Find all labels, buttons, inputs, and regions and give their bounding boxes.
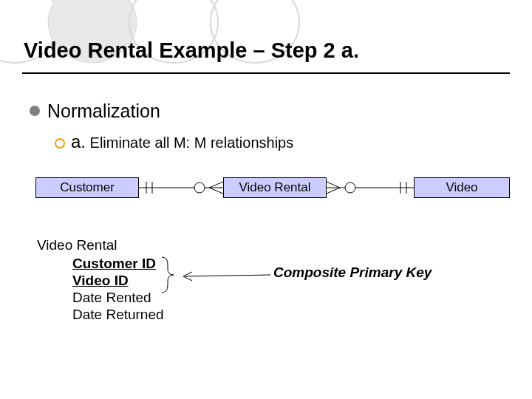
attr-video-id: Video ID bbox=[37, 272, 164, 289]
attr-date-rented: Date Rented bbox=[37, 289, 164, 306]
entity-customer: Customer bbox=[35, 177, 139, 198]
svg-line-12 bbox=[327, 182, 340, 188]
bullet-remainder: Eliminate all M: M relationships bbox=[86, 134, 293, 151]
bullet-disc-icon bbox=[30, 106, 40, 116]
svg-point-7 bbox=[194, 183, 205, 193]
svg-line-9 bbox=[209, 188, 223, 194]
svg-line-8 bbox=[209, 182, 223, 188]
composite-key-label: Composite Primary Key bbox=[273, 265, 432, 281]
title-divider bbox=[22, 72, 510, 74]
slide-title: Video Rental Example – Step 2 a. bbox=[24, 38, 359, 63]
svg-point-11 bbox=[345, 183, 355, 193]
attr-date-returned: Date Returned bbox=[37, 306, 164, 323]
arrow-icon bbox=[177, 270, 273, 282]
bullet-normalization: Normalization bbox=[30, 100, 160, 122]
entity-video-rental: Video Rental bbox=[223, 177, 327, 198]
svg-line-16 bbox=[185, 275, 270, 276]
bullet-letter: a. bbox=[71, 132, 86, 151]
brace-icon bbox=[159, 256, 177, 294]
svg-line-13 bbox=[327, 188, 340, 194]
table-attributes: Video Rental Customer ID Video ID Date R… bbox=[37, 236, 164, 323]
bullet-ring-icon bbox=[55, 138, 65, 149]
bullet-text: Normalization bbox=[47, 100, 160, 121]
entity-video: Video bbox=[414, 177, 510, 198]
table-name: Video Rental bbox=[37, 236, 164, 253]
bullet-step-a: a. Eliminate all M: M relationships bbox=[55, 132, 293, 152]
attr-customer-id: Customer ID bbox=[37, 255, 164, 272]
